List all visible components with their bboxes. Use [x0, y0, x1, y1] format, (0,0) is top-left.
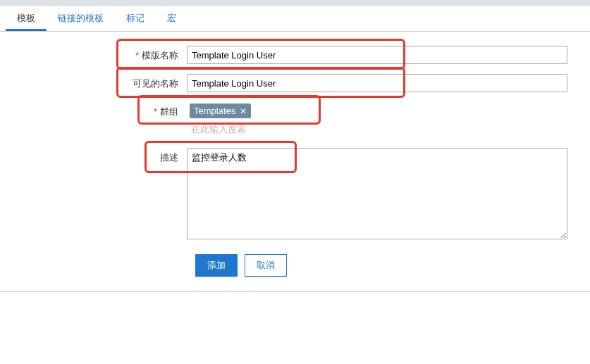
tab-macros[interactable]: 宏 — [156, 6, 188, 31]
template-name-label-text: 模版名称 — [142, 50, 178, 61]
group-tag-label: Templates — [194, 106, 235, 116]
required-marker: * — [154, 106, 157, 117]
tab-template[interactable]: 模板 — [6, 6, 47, 31]
description-label: 描述 — [0, 148, 187, 164]
remove-tag-icon[interactable]: ✕ — [240, 107, 247, 115]
groups-multiselect[interactable]: Templates ✕ — [187, 102, 567, 138]
groups-label: *群组 — [0, 102, 187, 118]
visible-name-label: 可见的名称 — [0, 74, 187, 90]
form-buttons: 添加 取消 — [195, 254, 590, 277]
description-textarea[interactable] — [187, 148, 567, 239]
tab-linked-templates[interactable]: 链接的模板 — [47, 6, 115, 31]
tab-tags[interactable]: 标记 — [115, 6, 156, 31]
group-tag: Templates ✕ — [190, 103, 251, 118]
template-name-label: *模版名称 — [0, 46, 187, 62]
template-name-input[interactable] — [187, 46, 567, 64]
window-top-strip — [0, 0, 590, 6]
tab-bar: 模板 链接的模板 标记 宏 — [0, 6, 590, 32]
add-button[interactable]: 添加 — [195, 254, 238, 277]
groups-label-text: 群组 — [160, 106, 178, 117]
cancel-button[interactable]: 取消 — [245, 254, 287, 277]
groups-search-input[interactable] — [190, 121, 565, 137]
template-form: *模版名称 可见的名称 *群组 Templates ✕ — [0, 32, 590, 291]
required-marker: * — [135, 50, 139, 61]
visible-name-input[interactable] — [187, 74, 567, 92]
